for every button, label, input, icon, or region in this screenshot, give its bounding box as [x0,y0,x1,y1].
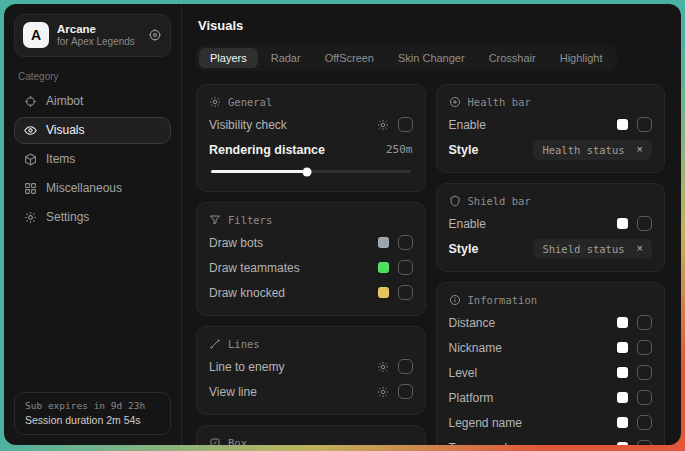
cube-icon [24,153,37,166]
nickname-row: Nickname [449,335,653,360]
main-panel: Visuals Players Radar OffScreen Skin Cha… [182,4,681,445]
legend-name-row: Legend name [449,410,653,435]
health-style-row: Style Health status × [449,137,653,162]
card-title: Health bar [468,96,531,108]
view-line-row: View line [209,379,413,404]
cards-grid: General Visibility check [196,84,665,445]
row-label: Nickname [449,341,502,355]
row-label: Draw bots [209,236,263,250]
slider-thumb[interactable] [302,167,311,176]
color-swatch[interactable] [378,237,389,248]
gear-icon[interactable] [377,386,389,398]
distance-row: Distance [449,310,653,335]
row-label: Style [449,143,479,157]
shield-enable-checkbox[interactable] [637,216,652,231]
row-label: Enable [449,118,486,132]
sidebar-item-label: Visuals [46,123,84,137]
legend-name-checkbox[interactable] [637,415,652,430]
color-swatch[interactable] [617,342,628,353]
gear-icon [24,211,37,224]
info-icon [449,294,461,306]
platform-row: Platform [449,385,653,410]
gear-icon[interactable] [377,361,389,373]
left-column: General Visibility check [196,84,426,445]
tab-skin-changer[interactable]: Skin Changer [387,48,476,68]
tab-crosshair[interactable]: Crosshair [478,48,547,68]
line-icon [209,338,221,350]
color-swatch[interactable] [617,317,628,328]
level-checkbox[interactable] [637,365,652,380]
sidebar: A Arcane for Apex Legends Category [4,4,182,445]
view-line-checkbox[interactable] [398,384,413,399]
color-swatch[interactable] [617,417,628,428]
sidebar-item-miscellaneous[interactable]: Miscellaneous [14,175,171,202]
card-title: Information [468,294,538,306]
row-label: Distance [449,316,496,330]
target-icon[interactable] [148,28,162,42]
shield-icon [449,195,461,207]
health-enable-row: Enable [449,112,653,137]
row-label: Platform [449,391,494,405]
tab-radar[interactable]: Radar [260,48,312,68]
row-label: Draw teammates [209,261,300,275]
line-to-enemy-row: Line to enemy [209,354,413,379]
draw-bots-checkbox[interactable] [398,235,413,250]
box-icon [209,437,221,445]
visibility-check-checkbox[interactable] [398,117,413,132]
line-to-enemy-checkbox[interactable] [398,359,413,374]
draw-knocked-checkbox[interactable] [398,285,413,300]
funnel-icon [209,214,221,226]
app-logo: A [23,22,49,48]
close-icon[interactable]: × [637,243,643,254]
app-subtitle: for Apex Legends [57,36,140,49]
draw-teammates-checkbox[interactable] [398,260,413,275]
chip-value: Health status [542,144,624,156]
health-style-select[interactable]: Health status × [533,140,652,160]
distance-checkbox[interactable] [637,315,652,330]
tab-highlight[interactable]: Highlight [549,48,614,68]
tab-offscreen[interactable]: OffScreen [314,48,385,68]
shield-style-select[interactable]: Shield status × [533,239,652,259]
color-swatch[interactable] [617,119,628,130]
sidebar-item-visuals[interactable]: Visuals [14,117,171,144]
draw-knocked-row: Draw knocked [209,280,413,305]
sidebar-item-aimbot[interactable]: Aimbot [14,88,171,115]
card-health-bar: Health bar Enable Style H [436,84,666,173]
sidebar-item-label: Miscellaneous [46,181,122,195]
sidebar-item-label: Items [46,152,75,166]
sidebar-item-items[interactable]: Items [14,146,171,173]
team-number-checkbox[interactable] [637,440,652,445]
color-swatch[interactable] [617,392,628,403]
card-information: Information Distance Nickname [436,282,666,445]
close-icon[interactable]: × [637,144,643,155]
nickname-checkbox[interactable] [637,340,652,355]
row-label: Draw knocked [209,286,285,300]
color-swatch[interactable] [617,218,628,229]
platform-checkbox[interactable] [637,390,652,405]
color-swatch[interactable] [617,367,628,378]
draw-teammates-row: Draw teammates [209,255,413,280]
sidebar-item-settings[interactable]: Settings [14,204,171,231]
health-enable-checkbox[interactable] [637,117,652,132]
right-column: Health bar Enable Style H [436,84,666,445]
rendering-distance-slider[interactable] [211,170,411,173]
color-swatch[interactable] [617,442,628,445]
card-title: Shield bar [468,195,531,207]
gear-icon[interactable] [377,119,389,131]
tab-players[interactable]: Players [199,48,258,68]
slider-fill [211,170,307,173]
sidebar-item-label: Settings [46,210,89,224]
rendering-distance-value: 250m [386,143,413,156]
grid-icon [24,182,37,195]
card-shield-bar: Shield bar Enable Style S [436,183,666,272]
level-row: Level [449,360,653,385]
page-title: Visuals [198,18,665,33]
color-swatch[interactable] [378,287,389,298]
color-swatch[interactable] [378,262,389,273]
crosshair-icon [24,95,37,108]
rendering-distance-row: Rendering distance 250m [209,137,413,162]
health-plus-icon [449,96,461,108]
row-label: Line to enemy [209,360,284,374]
app-window: A Arcane for Apex Legends Category [4,4,681,445]
shield-style-row: Style Shield status × [449,236,653,261]
